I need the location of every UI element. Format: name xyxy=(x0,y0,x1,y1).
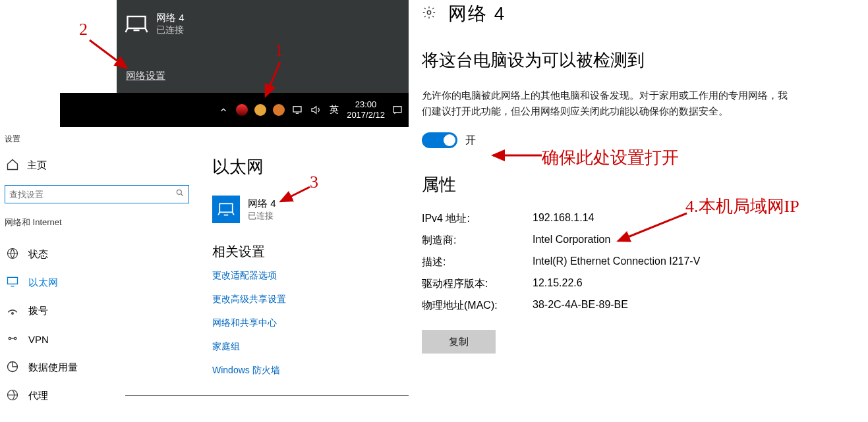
svg-point-3 xyxy=(177,190,181,194)
vpn-icon xyxy=(6,332,19,347)
prop-row-vendor: 制造商: Intel Corporation xyxy=(422,234,850,248)
link-firewall[interactable]: Windows 防火墙 xyxy=(212,365,390,377)
prop-ipv4-value: 192.168.1.14 xyxy=(533,212,594,226)
svg-rect-1 xyxy=(293,107,301,112)
ethernet-item-icon xyxy=(212,196,240,223)
prop-vendor-value: Intel Corporation xyxy=(533,234,610,248)
discover-toggle[interactable] xyxy=(422,132,457,148)
dialup-icon xyxy=(6,303,19,319)
ethernet-page: 以太网 网络 4 已连接 相关设置 更改适配器选项 更改高级共享设置 网络和共享… xyxy=(212,155,390,388)
link-homegroup[interactable]: 家庭组 xyxy=(212,341,390,353)
settings-window-title: 设置 xyxy=(5,134,20,145)
search-input[interactable] xyxy=(9,190,175,199)
ime-indicator[interactable]: 英 xyxy=(328,104,340,116)
nav-proxy-label: 代理 xyxy=(28,390,48,402)
prop-driver-label: 驱动程序版本: xyxy=(422,277,533,291)
nav-status-label: 状态 xyxy=(28,248,48,261)
nav-vpn[interactable]: VPN xyxy=(5,325,192,354)
prop-mac-label: 物理地址(MAC): xyxy=(422,299,533,313)
action-center-icon[interactable] xyxy=(391,104,403,116)
copy-button[interactable]: 复制 xyxy=(422,330,496,354)
data-usage-icon xyxy=(6,360,19,375)
prop-desc-label: 描述: xyxy=(422,255,533,269)
taskbar: 英 23:00 2017/2/12 xyxy=(60,93,409,127)
ethernet-item-status: 已连接 xyxy=(248,210,276,222)
svg-rect-11 xyxy=(219,203,233,212)
nav-data-usage-label: 数据使用量 xyxy=(28,361,78,374)
nav-ethernet-label: 以太网 xyxy=(28,277,58,289)
proxy-icon xyxy=(6,388,19,404)
annotation-2: 2 xyxy=(79,20,88,40)
taskbar-clock[interactable]: 23:00 2017/2/12 xyxy=(347,99,385,120)
nav-vpn-label: VPN xyxy=(28,334,49,345)
svg-point-6 xyxy=(12,313,14,315)
prop-row-desc: 描述: Intel(R) Ethernet Connection I217-V xyxy=(422,255,850,269)
prop-vendor-label: 制造商: xyxy=(422,234,533,248)
prop-row-driver: 驱动程序版本: 12.15.22.6 xyxy=(422,277,850,291)
link-advanced-sharing[interactable]: 更改高级共享设置 xyxy=(212,294,390,305)
chevron-up-icon[interactable] xyxy=(217,104,229,116)
network-flyout: 网络 4 已连接 网络设置 xyxy=(117,0,409,93)
gear-icon xyxy=(422,5,436,22)
svg-rect-0 xyxy=(128,16,146,28)
svg-rect-2 xyxy=(393,107,401,113)
nav-status[interactable]: 状态 xyxy=(5,240,192,269)
svg-rect-5 xyxy=(8,277,18,284)
link-adapter-options[interactable]: 更改适配器选项 xyxy=(212,270,390,282)
prop-row-mac: 物理地址(MAC): 38-2C-4A-BE-89-BE xyxy=(422,299,850,313)
tray-app-icon-1[interactable] xyxy=(236,104,248,116)
prop-mac-value: 38-2C-4A-BE-89-BE xyxy=(533,299,628,313)
network-tray-icon[interactable] xyxy=(291,104,303,116)
nav-ethernet[interactable]: 以太网 xyxy=(5,269,192,297)
nav-data-usage[interactable]: 数据使用量 xyxy=(5,354,192,382)
nav-proxy[interactable]: 代理 xyxy=(5,382,192,410)
link-network-center[interactable]: 网络和共享中心 xyxy=(212,317,390,329)
toggle-label: 开 xyxy=(465,134,476,147)
network-detail-page: 网络 4 将这台电脑设为可以被检测到 允许你的电脑被此网络上的其他电脑和设备发现… xyxy=(422,1,850,354)
home-nav[interactable]: 主页 xyxy=(5,158,192,173)
flyout-network-status: 已连接 xyxy=(156,24,185,36)
prop-row-ipv4: IPv4 地址: 192.168.1.14 xyxy=(422,212,850,226)
svg-point-7 xyxy=(9,337,11,339)
prop-driver-value: 12.15.22.6 xyxy=(533,277,583,291)
tray-app-icon-3[interactable] xyxy=(273,104,285,116)
network-settings-link[interactable]: 网络设置 xyxy=(126,70,165,82)
search-icon xyxy=(175,188,185,200)
monitor-icon xyxy=(6,275,19,290)
monitor-network-icon xyxy=(125,13,148,36)
search-box[interactable] xyxy=(5,185,189,203)
volume-icon[interactable] xyxy=(310,104,322,116)
globe-icon xyxy=(6,247,19,262)
prop-desc-value: Intel(R) Ethernet Connection I217-V xyxy=(533,255,700,269)
category-heading: 网络和 Internet xyxy=(5,217,192,228)
prop-ipv4-label: IPv4 地址: xyxy=(422,212,533,226)
nav-dialup-label: 拨号 xyxy=(28,305,48,317)
nav-dialup[interactable]: 拨号 xyxy=(5,297,192,325)
ethernet-item-name: 网络 4 xyxy=(248,198,276,210)
discover-description: 允许你的电脑被此网络上的其他电脑和设备发现。对于家用或工作用的专用网络，我们建议… xyxy=(422,88,791,119)
clock-date: 2017/2/12 xyxy=(347,110,385,120)
flyout-network-item[interactable]: 网络 4 已连接 xyxy=(125,12,185,36)
clock-time: 23:00 xyxy=(347,99,385,110)
flyout-network-name: 网络 4 xyxy=(156,12,185,24)
related-settings-heading: 相关设置 xyxy=(212,243,390,261)
page-title: 以太网 xyxy=(212,155,390,178)
home-label: 主页 xyxy=(27,159,47,172)
settings-left-panel: 主页 网络和 Internet 状态 以太网 拨号 VPN 数据使用量 代理 xyxy=(5,158,192,410)
tray-app-icon-2[interactable] xyxy=(254,104,266,116)
discover-heading: 将这台电脑设为可以被检测到 xyxy=(422,49,850,72)
network-title: 网络 4 xyxy=(448,1,506,26)
home-icon xyxy=(6,158,19,173)
svg-point-8 xyxy=(14,337,16,339)
svg-point-12 xyxy=(427,11,431,14)
properties-heading: 属性 xyxy=(422,173,850,196)
ethernet-network-item[interactable]: 网络 4 已连接 xyxy=(212,196,390,223)
